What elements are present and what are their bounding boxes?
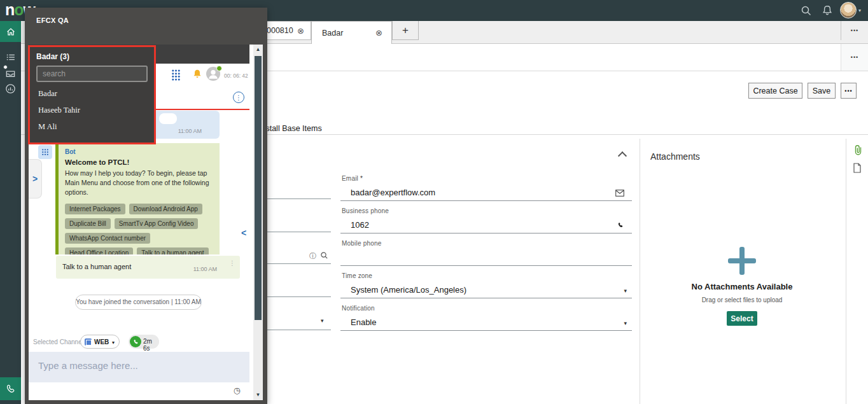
app-root: now ▾ — [0, 0, 868, 404]
quick-reply-chip[interactable]: WhatsApp Contact number — [65, 233, 150, 244]
info-icon[interactable]: ⓘ — [309, 251, 316, 261]
new-tab-button[interactable]: + — [392, 21, 419, 40]
scroll-up-icon[interactable]: ▲ — [253, 46, 263, 52]
bot-grid-icon — [41, 148, 49, 156]
field-label: Notification — [342, 305, 375, 312]
reference-search-icon[interactable] — [320, 251, 328, 260]
field-label: Email — [342, 175, 358, 182]
message-attachment-pill — [159, 113, 177, 124]
tab-label: 000810 — [267, 26, 293, 35]
tab-overflow-button[interactable]: ••• — [841, 21, 868, 40]
message-input[interactable] — [29, 352, 249, 382]
form-more-button[interactable]: ••• — [841, 83, 857, 99]
agent-session-timer: 00: 06: 42 — [224, 73, 248, 79]
collapse-chevron-icon[interactable]: < — [241, 228, 246, 238]
message-menu-icon[interactable]: ⋮ — [229, 260, 235, 267]
analytics-globe-icon — [4, 83, 17, 95]
chat-scrollbar[interactable]: ▲ ▼ — [253, 45, 263, 400]
conversation-item-haseeb-tahir[interactable]: Haseeb Tahir — [30, 102, 154, 118]
list-icon — [5, 52, 17, 63]
tab-label: Badar — [322, 29, 343, 38]
scroll-down-icon[interactable]: ▼ — [253, 392, 263, 398]
avatar-caret-icon[interactable]: ▾ — [858, 8, 861, 13]
notifications-bell-icon[interactable] — [820, 4, 834, 18]
system-message: You have joined the conversation | 11:00… — [75, 295, 202, 310]
quick-reply-chip[interactable]: SmartTv App Config Video — [115, 218, 199, 229]
conversation-menu-icon[interactable]: ⋮ — [233, 92, 244, 103]
expand-panel-handle[interactable]: > — [29, 159, 42, 199]
quick-reply-chip[interactable]: Download Android App — [129, 204, 202, 214]
phone-timer-icon — [130, 336, 141, 347]
close-icon[interactable]: ⊗ — [375, 28, 382, 38]
bot-message-body: How may I help you today? To begin, plea… — [65, 169, 213, 198]
stopwatch-icon[interactable]: ◷ — [234, 386, 241, 395]
bot-avatar — [38, 145, 52, 159]
field-label: Mobile phone — [342, 240, 381, 247]
section-collapse-icon[interactable] — [618, 151, 627, 160]
presence-dot — [216, 66, 222, 71]
field-label: Business phone — [342, 207, 389, 214]
attachments-select-button[interactable]: Select — [727, 311, 757, 326]
message-time: 11:00 AM — [193, 266, 217, 272]
message-time: 11:00 AM — [178, 128, 202, 134]
dropdown-search — [36, 66, 148, 82]
record-more-button[interactable]: ••• — [841, 44, 868, 71]
field-email: Email * badar@expertflow.com — [340, 175, 632, 201]
left-sidebar — [0, 21, 21, 404]
conversation-dropdown-header[interactable]: Badar (3) — [30, 47, 154, 61]
chat-bell-icon[interactable] — [191, 68, 204, 81]
chevron-down-icon[interactable]: ▾ — [321, 317, 324, 324]
save-button[interactable]: Save — [808, 83, 836, 99]
field-business-phone: Business phone 1062 — [340, 207, 632, 233]
bot-name: Bot — [65, 148, 213, 155]
time-zone-select[interactable]: System (America/Los_Angeles) — [351, 285, 466, 295]
chat-window-title: EFCX QA — [36, 17, 69, 24]
dialpad-icon[interactable] — [171, 69, 181, 81]
sidebar-item-phone[interactable] — [0, 377, 21, 400]
create-case-button[interactable]: Create Case — [748, 83, 802, 99]
quick-reply-chip[interactable]: Head Office Location — [65, 247, 133, 254]
field-label: Time zone — [342, 272, 372, 279]
paperclip-icon[interactable] — [853, 144, 863, 156]
phone-icon — [617, 221, 624, 229]
panel-divider — [846, 139, 846, 404]
business-phone-field[interactable]: 1062 — [351, 220, 369, 230]
quick-reply-chip[interactable]: Duplicate Bill — [65, 218, 111, 229]
conversation-list: Badar Haseeb Tahir M Ali — [30, 85, 154, 135]
user-avatar[interactable] — [840, 2, 857, 18]
required-marker: * — [360, 175, 363, 182]
sidebar-item-analytics[interactable] — [0, 78, 21, 99]
conversation-item-m-ali[interactable]: M Ali — [30, 118, 154, 135]
tab-install-base-items[interactable]: Install Base Items — [259, 124, 322, 133]
conversation-item-badar[interactable]: Badar — [30, 85, 154, 102]
field-notification: Notification Enable ▾ — [340, 305, 632, 331]
scrollbar-thumb[interactable] — [255, 56, 262, 320]
duration-value: 2m 6s — [143, 338, 159, 352]
channel-select[interactable]: WEB ▾ — [80, 335, 120, 349]
close-icon[interactable]: ⊗ — [297, 26, 304, 36]
chevron-down-icon[interactable]: ▾ — [624, 288, 627, 294]
email-field[interactable]: badar@expertflow.com — [351, 188, 435, 197]
phone-icon — [4, 383, 17, 395]
attachments-plus-icon[interactable] — [728, 258, 756, 263]
tab-badar[interactable]: Badar ⊗ — [311, 21, 392, 44]
search-icon[interactable] — [799, 4, 813, 18]
chat-bottom-bar: ◷ — [29, 382, 249, 400]
channel-label: Selected Channel: — [33, 338, 85, 345]
notification-select[interactable]: Enable — [351, 317, 376, 327]
document-icon[interactable] — [853, 163, 862, 173]
channel-value: WEB — [94, 338, 109, 345]
sidebar-item-home[interactable] — [0, 21, 21, 42]
bot-message-bubble: Bot Welcome to PTCL! How may I help you … — [59, 143, 220, 254]
conversation-search-input[interactable] — [36, 66, 148, 82]
chevron-down-icon[interactable]: ▾ — [624, 320, 627, 326]
panel-divider — [640, 139, 640, 404]
bot-message-title: Welcome to PTCL! — [65, 158, 213, 166]
quick-reply-chip[interactable]: Talk to a human agent — [137, 247, 208, 254]
agent-message-text: Talk to a human agent — [62, 263, 131, 270]
efcx-chat-window: EFCX QA — [25, 8, 267, 404]
call-duration-badge: 2m 6s — [129, 335, 159, 349]
agent-message-bubble: Talk to a human agent 11:00 AM ⋮ — [56, 256, 240, 279]
quick-reply-chip[interactable]: Internet Packages — [65, 204, 125, 214]
home-icon — [5, 26, 17, 38]
